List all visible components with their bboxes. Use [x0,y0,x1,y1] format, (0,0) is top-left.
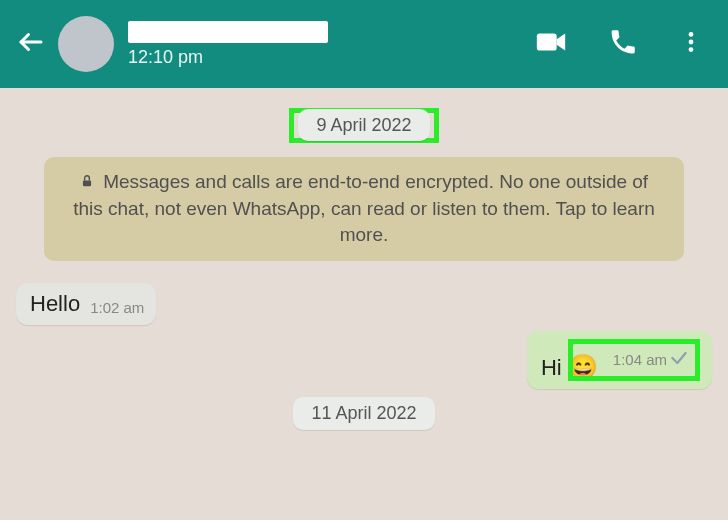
message-time: 1:04 am [613,351,667,369]
contact-info[interactable]: 12:10 pm [128,21,534,68]
svg-point-2 [689,32,694,37]
chat-area[interactable]: 9 April 2022 Messages and calls are end-… [0,88,728,520]
date-separator: 11 April 2022 [8,397,720,430]
voice-call-icon[interactable] [608,27,638,61]
check-icon [669,348,689,372]
encryption-text: Messages and calls are end-to-end encryp… [73,171,655,245]
annotation-highlight: 9 April 2022 [289,108,438,143]
svg-rect-1 [537,34,557,51]
chat-header: 12:10 pm [0,0,728,88]
encryption-notice[interactable]: Messages and calls are end-to-end encryp… [44,157,684,261]
avatar[interactable] [58,16,114,72]
message-text: Hello [30,291,80,317]
svg-rect-5 [83,180,91,186]
svg-point-4 [689,47,694,52]
message-time: 1:02 am [90,299,144,317]
date-pill: 9 April 2022 [298,109,429,141]
lock-icon [80,171,99,192]
video-call-icon[interactable] [534,25,568,63]
header-actions [534,25,712,63]
date-separator: 9 April 2022 [8,108,720,143]
message-bubble-incoming[interactable]: Hello 1:02 am [16,283,156,325]
contact-name [128,21,328,43]
back-icon[interactable] [16,27,46,61]
annotation-highlight: 1:04 am [568,339,700,381]
more-options-icon[interactable] [678,29,704,59]
last-seen-text: 12:10 pm [128,47,534,68]
message-row-incoming: Hello 1:02 am [16,283,712,325]
message-bubble-outgoing[interactable]: Hi 😄 1:04 am [527,331,712,389]
svg-point-3 [689,40,694,45]
date-pill: 11 April 2022 [293,397,434,430]
message-row-outgoing: Hi 😄 1:04 am [16,331,712,389]
